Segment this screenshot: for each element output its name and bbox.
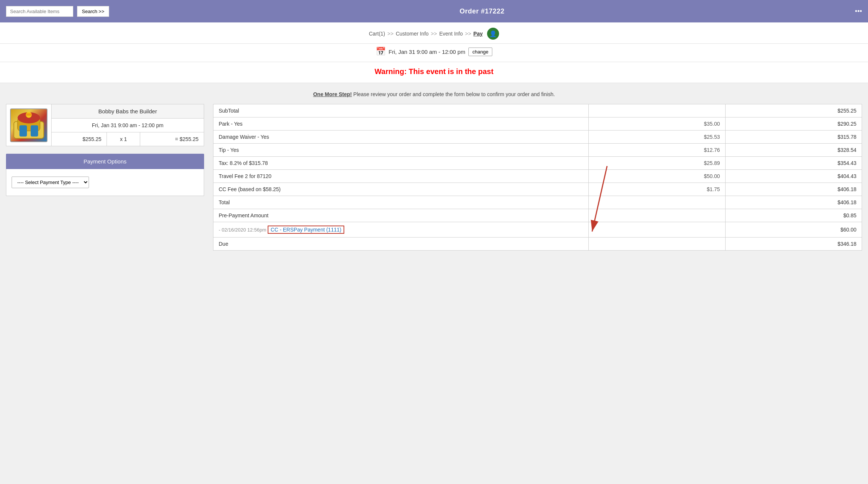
row-label: Due: [213, 238, 589, 251]
warning-text: Warning: This event is in the past: [0, 67, 868, 76]
table-row: Travel Fee 2 for 87120 $50.00 $404.43: [213, 170, 862, 183]
calendar-icon: 📅: [376, 47, 386, 56]
row-label: Damage Waiver - Yes: [213, 131, 589, 144]
item-image-cell: [6, 104, 52, 146]
row-label: SubTotal: [213, 104, 589, 117]
item-name-cell: Bobby Babs the Builder: [52, 104, 204, 119]
row-label: Tax: 8.2% of $315.78: [213, 157, 589, 170]
breadcrumb-customer[interactable]: Customer Info: [396, 31, 429, 37]
table-row: Total $406.18: [213, 196, 862, 209]
header: Search >> Order #17222 •••: [0, 0, 868, 22]
event-date-text: Fri, Jan 31 9:00 am - 12:00 pm: [389, 49, 465, 55]
sep1: >>: [387, 31, 393, 37]
one-more-step-bold: One More Step!: [313, 91, 352, 97]
row-label: Park - Yes: [213, 117, 589, 131]
search-button[interactable]: Search >>: [77, 6, 109, 17]
breadcrumb-area: Cart(1) >> Customer Info >> Event Info >…: [0, 22, 868, 44]
row-mid: $25.53: [589, 131, 725, 144]
row-val: $354.43: [725, 157, 862, 170]
row-val: $60.00: [725, 222, 862, 238]
one-more-step: One More Step! Please review your order …: [0, 83, 868, 104]
row-mid: $1.75: [589, 183, 725, 196]
payment-type-select[interactable]: ---- Select Payment Type ---- Credit Car…: [12, 177, 89, 188]
row-val: $315.78: [725, 131, 862, 144]
row-mid: $12.76: [589, 144, 725, 157]
row-val: $0.85: [725, 209, 862, 222]
table-row-due: Due $346.18: [213, 238, 862, 251]
breadcrumb-event[interactable]: Event Info: [439, 31, 463, 37]
search-input[interactable]: [6, 6, 73, 17]
breadcrumb-pay[interactable]: Pay: [473, 31, 483, 37]
row-val: $406.18: [725, 183, 862, 196]
row-val: $406.18: [725, 196, 862, 209]
breadcrumb-cart[interactable]: Cart(1): [369, 31, 385, 37]
item-price: $255.25: [52, 132, 107, 146]
table-row: Tax: 8.2% of $315.78 $25.89 $354.43: [213, 157, 862, 170]
item-name: Bobby Babs the Builder: [98, 108, 157, 114]
main-content: Bobby Babs the Builder Fri, Jan 31 9:00 …: [0, 104, 868, 262]
item-date: Fri, Jan 31 9:00 am - 12:00 pm: [92, 122, 163, 128]
table-row: Damage Waiver - Yes $25.53 $315.78: [213, 131, 862, 144]
svg-rect-3: [19, 125, 27, 137]
avatar[interactable]: 👤: [487, 28, 499, 40]
right-panel: SubTotal $255.25 Park - Yes $35.00 $290.…: [213, 104, 862, 251]
one-more-step-text: Please review your order and complete th…: [352, 91, 555, 97]
table-row: CC Fee (based on $58.25) $1.75 $406.18: [213, 183, 862, 196]
row-mid: $25.89: [589, 157, 725, 170]
change-date-button[interactable]: change: [468, 48, 493, 56]
table-row: Park - Yes $35.00 $290.25: [213, 117, 862, 131]
left-panel: Bobby Babs the Builder Fri, Jan 31 9:00 …: [6, 104, 204, 196]
sep2: >>: [431, 31, 437, 37]
date-row: 📅 Fri, Jan 31 9:00 am - 12:00 pm change: [0, 44, 868, 62]
row-val: $404.43: [725, 170, 862, 183]
table-row: Pre-Payment Amount $0.85: [213, 209, 862, 222]
table-row: Tip - Yes $12.76 $328.54: [213, 144, 862, 157]
item-total: = $255.25: [140, 132, 204, 146]
more-options-icon[interactable]: •••: [855, 7, 862, 15]
payment-options-body: ---- Select Payment Type ---- Credit Car…: [6, 169, 204, 196]
table-row-payment: - 02/16/2020 12:56pm CC - ERSPay Payment…: [213, 222, 862, 238]
item-image: [10, 108, 47, 142]
row-label: Pre-Payment Amount: [213, 209, 589, 222]
warning-area: Warning: This event is in the past: [0, 62, 868, 83]
row-mid: [589, 209, 725, 222]
row-val: $346.18: [725, 238, 862, 251]
svg-rect-4: [31, 125, 38, 137]
item-table: Bobby Babs the Builder Fri, Jan 31 9:00 …: [6, 104, 204, 146]
row-mid: [589, 104, 725, 117]
row-mid: [589, 196, 725, 209]
order-title: Order #17222: [113, 7, 851, 15]
sep3: >>: [465, 31, 471, 37]
row-mid: [589, 222, 725, 238]
payment-date-cell: - 02/16/2020 12:56pm CC - ERSPay Payment…: [213, 222, 589, 238]
row-mid: $50.00: [589, 170, 725, 183]
item-thumbnail: [12, 110, 46, 140]
row-label: CC Fee (based on $58.25): [213, 183, 589, 196]
item-row-main: Bobby Babs the Builder: [6, 104, 204, 119]
row-val: $290.25: [725, 117, 862, 131]
table-row: SubTotal $255.25: [213, 104, 862, 117]
payment-options-header: Payment Options: [6, 154, 204, 169]
row-mid: $35.00: [589, 117, 725, 131]
item-date-cell: Fri, Jan 31 9:00 am - 12:00 pm: [52, 119, 204, 132]
payment-date: - 02/16/2020 12:56pm: [219, 227, 266, 233]
payment-link[interactable]: CC - ERSPay Payment (1111): [268, 226, 344, 234]
row-label: Total: [213, 196, 589, 209]
row-label: Tip - Yes: [213, 144, 589, 157]
summary-table: SubTotal $255.25 Park - Yes $35.00 $290.…: [213, 104, 862, 251]
row-val: $255.25: [725, 104, 862, 117]
row-mid: [589, 238, 725, 251]
breadcrumb: Cart(1) >> Customer Info >> Event Info >…: [369, 28, 499, 40]
row-label: Travel Fee 2 for 87120: [213, 170, 589, 183]
item-qty: x 1: [107, 132, 140, 146]
row-val: $328.54: [725, 144, 862, 157]
